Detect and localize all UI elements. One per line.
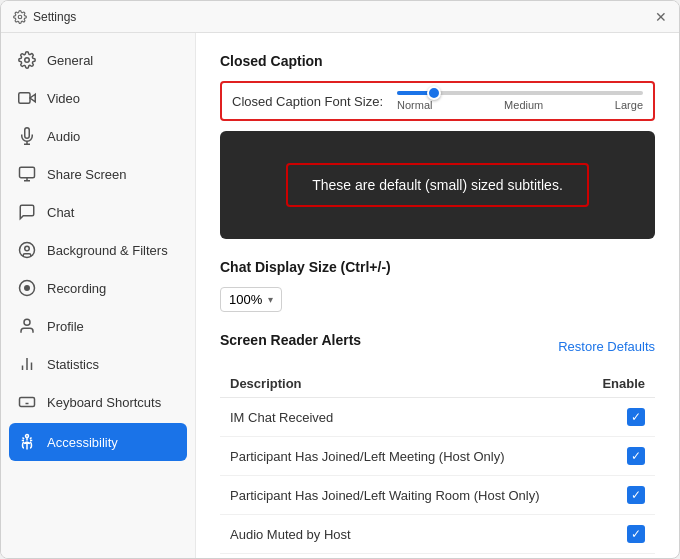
checkbox-checked-icon[interactable]: ✓ — [627, 408, 645, 426]
sidebar-label-audio: Audio — [47, 129, 80, 144]
sidebar-label-profile: Profile — [47, 319, 84, 334]
sidebar-item-chat[interactable]: Chat — [1, 193, 195, 231]
window-title: Settings — [33, 10, 76, 24]
slider-thumb — [427, 86, 441, 100]
row-description: Participant Has Joined/Left Waiting Room… — [220, 476, 586, 515]
table-row: Participant Has Joined/Left Waiting Room… — [220, 476, 655, 515]
stats-icon — [17, 354, 37, 374]
col-header-enable: Enable — [586, 370, 655, 398]
sidebar-label-chat: Chat — [47, 205, 74, 220]
sidebar-label-share-screen: Share Screen — [47, 167, 127, 182]
chat-display-row: 100% ▾ — [220, 287, 655, 312]
checkbox-checked-icon[interactable]: ✓ — [627, 447, 645, 465]
chat-display-title: Chat Display Size (Ctrl+/-) — [220, 259, 655, 275]
chat-display-section: Chat Display Size (Ctrl+/-) 100% ▾ — [220, 259, 655, 312]
checkbox-checked-icon[interactable]: ✓ — [627, 486, 645, 504]
cc-preview-text: These are default (small) sized subtitle… — [312, 177, 563, 193]
table-row: IM Chat Received✓ — [220, 398, 655, 437]
content-area: Closed Caption Closed Caption Font Size:… — [196, 33, 679, 558]
row-description: Audio Muted by Host — [220, 515, 586, 554]
closed-caption-title: Closed Caption — [220, 53, 655, 69]
checkbox-checked-icon[interactable]: ✓ — [627, 525, 645, 543]
svg-point-10 — [25, 246, 30, 251]
sidebar-item-profile[interactable]: Profile — [1, 307, 195, 345]
svg-point-12 — [25, 286, 30, 291]
dropdown-arrow-icon: ▾ — [268, 294, 273, 305]
sidebar-label-recording: Recording — [47, 281, 106, 296]
cc-slider-label: Closed Caption Font Size: — [232, 94, 383, 109]
slider-label-medium: Medium — [504, 99, 543, 111]
svg-point-25 — [26, 435, 29, 438]
background-icon — [17, 240, 37, 260]
accessibility-icon — [17, 432, 37, 452]
sidebar: General Video Audio — [1, 33, 196, 558]
sidebar-label-keyboard: Keyboard Shortcuts — [47, 395, 161, 410]
sidebar-item-statistics[interactable]: Statistics — [1, 345, 195, 383]
sidebar-item-background[interactable]: Background & Filters — [1, 231, 195, 269]
row-description: IM Chat Received — [220, 398, 586, 437]
sidebar-label-background: Background & Filters — [47, 243, 168, 258]
titlebar-title: Settings — [13, 10, 76, 24]
restore-defaults-link[interactable]: Restore Defaults — [558, 339, 655, 354]
close-button[interactable]: ✕ — [655, 10, 667, 24]
row-enable[interactable]: ✓ — [586, 515, 655, 554]
row-description: Participant Has Joined/Left Meeting (Hos… — [220, 437, 586, 476]
cc-preview-box: These are default (small) sized subtitle… — [286, 163, 589, 207]
screen-reader-header: Screen Reader Alerts Restore Defaults — [220, 332, 655, 360]
settings-window: Settings ✕ General Video — [0, 0, 680, 559]
svg-rect-3 — [19, 93, 30, 104]
sidebar-item-keyboard[interactable]: Keyboard Shortcuts — [1, 383, 195, 421]
svg-rect-17 — [20, 398, 35, 407]
alerts-table: Description Enable IM Chat Received✓Part… — [220, 370, 655, 554]
cc-slider-track[interactable] — [397, 91, 643, 95]
slider-labels: Normal Medium Large — [397, 99, 643, 111]
table-header-row: Description Enable — [220, 370, 655, 398]
slider-label-normal: Normal — [397, 99, 432, 111]
svg-point-13 — [24, 319, 30, 325]
closed-caption-section: Closed Caption Closed Caption Font Size:… — [220, 53, 655, 239]
dropdown-value: 100% — [229, 292, 262, 307]
sidebar-item-video[interactable]: Video — [1, 79, 195, 117]
sidebar-label-video: Video — [47, 91, 80, 106]
profile-icon — [17, 316, 37, 336]
sidebar-item-accessibility[interactable]: Accessibility — [9, 423, 187, 461]
cc-slider-container: Normal Medium Large — [397, 91, 643, 111]
svg-point-1 — [25, 58, 30, 63]
mic-icon — [17, 126, 37, 146]
video-icon — [17, 88, 37, 108]
main-area: General Video Audio — [1, 33, 679, 558]
chat-icon — [17, 202, 37, 222]
svg-rect-6 — [20, 167, 35, 178]
chat-display-dropdown[interactable]: 100% ▾ — [220, 287, 282, 312]
gear-icon — [17, 50, 37, 70]
row-enable[interactable]: ✓ — [586, 437, 655, 476]
row-enable[interactable]: ✓ — [586, 476, 655, 515]
keyboard-icon — [17, 392, 37, 412]
sidebar-item-audio[interactable]: Audio — [1, 117, 195, 155]
sidebar-item-recording[interactable]: Recording — [1, 269, 195, 307]
screen-reader-title: Screen Reader Alerts — [220, 332, 361, 348]
svg-point-0 — [18, 15, 22, 19]
row-enable[interactable]: ✓ — [586, 398, 655, 437]
svg-marker-2 — [30, 94, 35, 102]
sidebar-item-share-screen[interactable]: Share Screen — [1, 155, 195, 193]
slider-label-large: Large — [615, 99, 643, 111]
share-screen-icon — [17, 164, 37, 184]
screen-reader-section: Screen Reader Alerts Restore Defaults De… — [220, 332, 655, 554]
table-row: Audio Muted by Host✓ — [220, 515, 655, 554]
col-header-description: Description — [220, 370, 586, 398]
recording-icon — [17, 278, 37, 298]
table-row: Participant Has Joined/Left Meeting (Hos… — [220, 437, 655, 476]
cc-slider-row: Closed Caption Font Size: Normal Medium … — [220, 81, 655, 121]
titlebar: Settings ✕ — [1, 1, 679, 33]
sidebar-label-statistics: Statistics — [47, 357, 99, 372]
sidebar-item-general[interactable]: General — [1, 41, 195, 79]
cc-preview-area: These are default (small) sized subtitle… — [220, 131, 655, 239]
sidebar-label-general: General — [47, 53, 93, 68]
sidebar-label-accessibility: Accessibility — [47, 435, 118, 450]
